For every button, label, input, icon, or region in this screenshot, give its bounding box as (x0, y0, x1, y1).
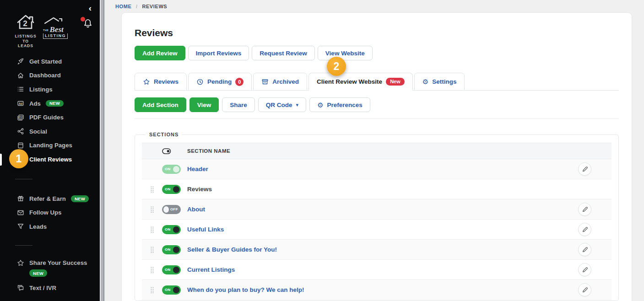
share-button[interactable]: Share (222, 97, 255, 112)
pencil-icon (582, 206, 588, 213)
sidebar-scrollbar[interactable] (100, 0, 105, 301)
listings-to-leads-logo: 2 LISTINGS TO LEADS (14, 14, 37, 48)
breadcrumb-current: REVIEWS (142, 4, 167, 9)
logo2-listing: LISTING (43, 33, 68, 39)
star-icon (16, 259, 24, 267)
pencil-icon (582, 267, 588, 273)
main-content: HOME / REVIEWS Reviews Add Review Import… (105, 0, 644, 301)
sections-panel: SECTIONS SECTION NAME ON Header (135, 132, 619, 301)
toggle-label: ON (163, 227, 172, 231)
sidebar-item-share-your-success[interactable]: Share Your Success NEW (0, 258, 100, 276)
toggle-label: ON (163, 288, 172, 292)
tab-settings[interactable]: ⚙ Settings (414, 73, 465, 91)
archive-icon (261, 78, 269, 86)
section-row-reviews: ON Reviews (142, 179, 612, 199)
visibility-toggle[interactable]: ON (162, 165, 181, 174)
button-label: Preferences (327, 102, 363, 108)
edit-section-button[interactable] (578, 243, 591, 256)
view-button[interactable]: View (189, 97, 219, 112)
drag-handle-icon[interactable] (148, 246, 156, 253)
drag-handle-icon[interactable] (148, 206, 156, 213)
section-toolbar: Add Section View Share QR Code ▾ ⚙ Prefe… (135, 97, 619, 112)
chevron-down-icon: ▾ (296, 102, 299, 108)
add-section-button[interactable]: Add Section (135, 97, 186, 112)
toggle-knob (173, 247, 179, 253)
edit-section-button[interactable] (578, 162, 591, 176)
envelope-icon (16, 209, 24, 216)
sections-table: ON Header ON Revie (142, 159, 612, 301)
sidebar-nav-tertiary: Share Your Success NEW Text / IVR (0, 258, 100, 295)
section-name-link[interactable]: About (187, 206, 578, 213)
roof-icon (43, 17, 67, 24)
sidebar-item-listings[interactable]: Listings (0, 82, 100, 97)
preferences-button[interactable]: ⚙ Preferences (309, 97, 370, 112)
drag-handle-icon[interactable] (148, 266, 156, 274)
edit-section-button[interactable] (578, 223, 591, 236)
add-review-button[interactable]: Add Review (135, 46, 185, 60)
section-name-link[interactable]: Useful Links (187, 226, 578, 233)
section-name-link[interactable]: Current Listings (187, 266, 578, 273)
toggle-knob (173, 267, 179, 273)
sidebar-item-label: Client Reviews (29, 156, 72, 163)
scrollbar-thumb[interactable] (101, 0, 104, 301)
sidebar-collapse-button[interactable]: ‹ (89, 4, 92, 12)
toggle-label: OFF (169, 207, 179, 211)
visibility-toggle[interactable]: ON (162, 185, 181, 194)
best-listing-logo: THE Best LISTING (43, 17, 68, 39)
svg-text:2: 2 (23, 19, 27, 28)
sidebar-item-dashboard[interactable]: Dashboard (0, 69, 100, 83)
visibility-toggle[interactable]: ON (162, 245, 181, 254)
edit-section-button[interactable] (578, 283, 591, 296)
qr-code-dropdown-button[interactable]: QR Code ▾ (258, 97, 306, 112)
sidebar-item-get-started[interactable]: Get Started (0, 54, 100, 69)
tab-label: Archived (272, 78, 299, 85)
visibility-toggle[interactable]: ON (162, 265, 181, 274)
tab-pending[interactable]: Pending 0 (188, 73, 252, 91)
sidebar-item-label: Social (29, 128, 47, 135)
sidebar-nav-secondary: Refer & Earn NEW Follow Ups Leads (0, 192, 100, 234)
tab-label: Pending (207, 78, 232, 85)
sidebar-item-ads[interactable]: Ad Ads NEW (0, 97, 100, 111)
rocket-icon (16, 58, 24, 65)
star-icon (143, 78, 150, 86)
svg-text:PDF: PDF (19, 116, 23, 118)
section-name-link[interactable]: Seller & Buyer Guides for You! (187, 246, 578, 253)
notifications-bell[interactable] (83, 18, 92, 28)
sidebar-item-label: PDF Guides (29, 114, 64, 121)
visibility-toggle[interactable]: ON (162, 225, 181, 234)
import-reviews-button[interactable]: Import Reviews (188, 46, 249, 60)
drag-handle-icon[interactable] (148, 186, 156, 193)
sidebar-item-social[interactable]: Social (0, 124, 100, 139)
edit-section-button[interactable] (578, 203, 591, 216)
drag-handle-icon[interactable] (148, 226, 156, 233)
edit-section-button[interactable] (578, 263, 591, 276)
view-website-button[interactable]: View Website (318, 46, 373, 60)
section-row-about: OFF About (142, 199, 612, 220)
drag-handle-icon[interactable] (148, 286, 156, 294)
toggle-label: ON (163, 268, 172, 272)
section-name-link[interactable]: When do you plan to buy? We can help! (187, 286, 578, 293)
funnel-icon (16, 223, 24, 230)
gear-icon: ⚙ (317, 102, 323, 108)
tab-client-review-website[interactable]: Client Review Website New (308, 73, 413, 91)
share-nodes-icon (16, 128, 24, 135)
tab-reviews[interactable]: Reviews (135, 73, 187, 91)
section-row-useful-links: ON Useful Links (142, 220, 612, 240)
sidebar-item-follow-ups[interactable]: Follow Ups (0, 206, 100, 220)
section-name-link[interactable]: Header (187, 166, 578, 172)
sidebar-item-refer-earn[interactable]: Refer & Earn NEW (0, 192, 100, 206)
sidebar-item-pdf-guides[interactable]: PDF PDF Guides (0, 110, 100, 124)
gift-icon (16, 195, 24, 202)
breadcrumb-home-link[interactable]: HOME (115, 4, 131, 9)
sidebar-item-label: Dashboard (29, 72, 61, 79)
tab-archived[interactable]: Archived (253, 73, 307, 91)
request-review-button[interactable]: Request Review (252, 46, 315, 60)
visibility-toggle[interactable]: ON (162, 285, 181, 295)
review-actions: Add Review Import Reviews Request Review… (135, 46, 619, 60)
sidebar-item-leads[interactable]: Leads (0, 220, 100, 234)
visibility-toggle[interactable]: OFF (162, 205, 181, 214)
section-name: Reviews (187, 186, 578, 193)
sidebar-item-text-ivr[interactable]: Text / IVR (0, 281, 100, 295)
sidebar-item-label: Ads (29, 100, 41, 107)
table-header: SECTION NAME (142, 143, 612, 159)
